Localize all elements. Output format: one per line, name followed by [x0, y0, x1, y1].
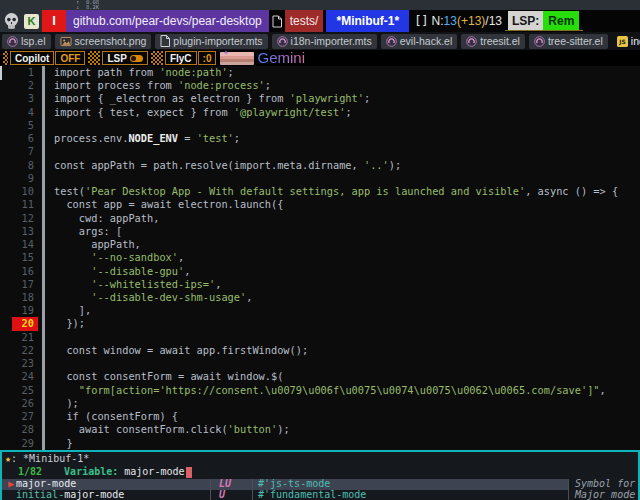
tab-i18n-importer.mts[interactable]: i18n-importer.mts: [272, 34, 377, 49]
code-line[interactable]: 27 if (consentForm) {: [0, 410, 640, 423]
code-line[interactable]: 8const appPath = path.resolve(import.met…: [0, 159, 640, 172]
line-number: 27: [12, 410, 38, 423]
minibuffer-input[interactable]: major-mode: [124, 466, 184, 478]
directory-breadcrumb[interactable]: tests/: [285, 10, 324, 32]
elisp-icon: [466, 36, 477, 47]
code-line[interactable]: 28 await consentForm.click('button');: [0, 423, 640, 436]
current-line-number: 20: [12, 317, 38, 330]
elisp-icon: [277, 36, 288, 47]
modeline-indicators: Copilot OFF LSP FlyC :0 Gemini ✦: [0, 50, 640, 66]
svg-text:JS: JS: [618, 38, 626, 46]
buffer-name-chip[interactable]: *Minibuf-1*: [326, 10, 409, 32]
code-line[interactable]: 6process.env.NODE_ENV = 'test';: [0, 132, 640, 145]
code-line[interactable]: 22 const window = await app.firstWindow(…: [0, 344, 640, 357]
line-number: 10: [12, 185, 38, 198]
code-line[interactable]: 3import { _electron as electron } from '…: [0, 92, 640, 105]
code-editor[interactable]: 1import path from 'node:path';2import pr…: [0, 66, 640, 450]
code-line[interactable]: 26 );: [0, 397, 640, 410]
candidate: initial-major-mode: [16, 490, 210, 500]
line-number: 19: [12, 304, 38, 317]
code-line[interactable]: 21: [0, 331, 640, 344]
dither-pattern: [151, 51, 163, 65]
candidate-flags: LU: [211, 479, 252, 490]
tab-index.test.js[interactable]: JSindex.test.js: [612, 34, 640, 49]
line-number: 23: [12, 357, 38, 370]
code-line[interactable]: 23: [0, 357, 640, 370]
line-text: '--disable-dev-shm-usage',: [54, 291, 252, 303]
code-line[interactable]: 15 '--no-sandbox',: [0, 251, 640, 264]
code-line[interactable]: 13 args: [: [0, 225, 640, 238]
code-line[interactable]: 20 });: [0, 317, 640, 330]
lsp-toggle-icon[interactable]: [130, 55, 143, 62]
flycheck-count-badge[interactable]: :0: [198, 51, 217, 65]
line-text: import path from 'node:path';: [54, 66, 234, 78]
line-number: 8: [12, 159, 38, 172]
line-number: 13: [12, 225, 38, 238]
line-text: if (consentForm) {: [54, 410, 178, 422]
code-line[interactable]: 2import process from 'node:process';: [0, 79, 640, 92]
flycheck-indicator[interactable]: FlyC: [165, 51, 197, 65]
selection-arrow-icon: [2, 490, 16, 500]
code-line[interactable]: 17 '--whitelisted-ips=',: [0, 278, 640, 291]
tab-screenshot.png[interactable]: screenshot.png: [55, 34, 152, 49]
line-number: 11: [12, 198, 38, 211]
line-number: 22: [12, 344, 38, 357]
tab-treesit.el[interactable]: treesit.el: [461, 34, 525, 49]
code-line[interactable]: 12 cwd: appPath,: [0, 212, 640, 225]
line-number: 16: [12, 265, 38, 278]
copilot-state-badge[interactable]: OFF: [55, 51, 85, 65]
tab-plugin-importer.mts[interactable]: plugin-importer.mts: [155, 34, 267, 49]
code-line[interactable]: 11 const app = await electron.launch({: [0, 198, 640, 211]
evil-state-indicator: I: [42, 10, 66, 32]
workspace-current: 13: [444, 10, 457, 32]
line-text: '--whitelisted-ips=',: [54, 278, 221, 290]
code-line[interactable]: 25 "form[action='https://consent.\u0079\…: [0, 384, 640, 397]
tab-evil-hack.el[interactable]: evil-hack.el: [381, 34, 458, 49]
code-line[interactable]: 14 appPath,: [0, 238, 640, 251]
line-text: const window = await app.firstWindow();: [54, 344, 308, 356]
lsp-status-badge: Rem: [543, 11, 579, 31]
elisp-icon: [386, 36, 397, 47]
prompt-label: Variable:: [64, 466, 118, 478]
completion-row[interactable]: initial-major-modeU#'fundamental-modeMaj…: [2, 490, 638, 500]
line-number: 24: [12, 370, 38, 383]
line-text: ],: [54, 304, 91, 316]
minibuffer-window[interactable]: ★: *Minibuf-1* 1/82 Variable: major-mode…: [0, 450, 640, 500]
copilot-indicator[interactable]: Copilot: [10, 51, 54, 65]
lsp-label-chip: LSP:: [508, 11, 543, 31]
candidate: major-mode: [16, 479, 210, 490]
workspace-total: /13: [485, 10, 502, 32]
code-line[interactable]: 10test('Pear Desktop App - With default …: [0, 185, 640, 198]
line-text: args: [: [54, 225, 122, 237]
completion-row[interactable]: ▶major-modeLU#'js-ts-modeSymbol for cu: [2, 479, 638, 490]
gemini-logo: Gemini: [257, 50, 305, 66]
code-line[interactable]: 5: [0, 119, 640, 132]
repo-breadcrumb[interactable]: github.com/pear-devs/pear-desktop: [66, 10, 269, 32]
tab-tree-sitter.el[interactable]: tree-sitter.el: [529, 34, 608, 49]
code-line[interactable]: 4import { test, expect } from '@playwrig…: [0, 106, 640, 119]
line-text: await consentForm.click('button');: [54, 423, 290, 435]
code-line[interactable]: 24 const consentForm = await window.$(: [0, 370, 640, 383]
workspace-label: N:: [432, 10, 444, 32]
line-number: 7: [12, 145, 38, 158]
minibuffer-prompt-line[interactable]: 1/82 Variable: major-mode: [2, 465, 638, 479]
candidate-value: #'js-ts-mode: [253, 479, 568, 490]
code-line[interactable]: 9: [0, 172, 640, 185]
line-number: 15: [12, 251, 38, 264]
tab-lsp.el[interactable]: lsp.el: [2, 34, 51, 49]
code-line[interactable]: 18 '--disable-dev-shm-usage',: [0, 291, 640, 304]
lsp-indicator[interactable]: LSP: [102, 51, 147, 65]
code-line[interactable]: 19 ],: [0, 304, 640, 317]
code-line[interactable]: 7: [0, 145, 640, 158]
line-number: 9: [12, 172, 38, 185]
line-text: import { test, expect } from '@playwrigh…: [54, 106, 352, 118]
code-line[interactable]: 16 '--disable-gpu',: [0, 265, 640, 278]
minibuffer-header: ★: *Minibuf-1*: [2, 452, 638, 465]
fringe-mark: [0, 66, 2, 80]
candidate-doc: Major mode co: [569, 490, 638, 500]
line-text: cwd: appPath,: [54, 212, 159, 224]
skull-icon: [2, 12, 21, 31]
tab-label: plugin-importer.mts: [173, 34, 262, 49]
code-line[interactable]: 29 }: [0, 437, 640, 450]
code-line[interactable]: 1import path from 'node:path';: [0, 66, 640, 79]
